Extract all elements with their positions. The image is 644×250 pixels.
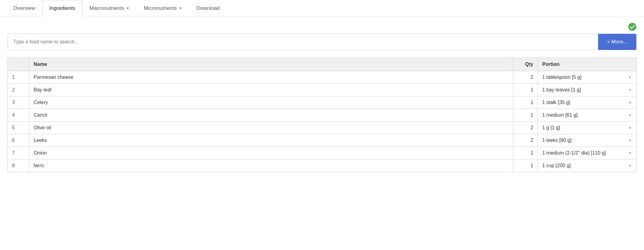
table-row: 1Parmesan cheese21 tablespoon [5 g]▼ bbox=[8, 71, 637, 84]
row-name[interactable]: Celery bbox=[29, 96, 513, 109]
portion-dropdown-icon[interactable]: ▼ bbox=[628, 75, 632, 80]
table-row: 7Onion11 medium (2-1/2" dia) [110 g]▼ bbox=[8, 147, 637, 159]
macronutrients-dropdown-icon: ▼ bbox=[126, 6, 130, 10]
ingredients-table: Name Qty Portion 1Parmesan cheese21 tabl… bbox=[7, 58, 637, 172]
status-row bbox=[7, 22, 637, 31]
row-qty: 1 bbox=[513, 84, 538, 96]
row-qty: 2 bbox=[513, 122, 538, 134]
row-portion[interactable]: 1 leeks [90 g]▼ bbox=[538, 134, 637, 147]
row-name[interactable]: Carrot bbox=[29, 109, 513, 122]
tab-download-label: Download bbox=[196, 5, 220, 11]
search-input[interactable] bbox=[8, 34, 598, 50]
row-portion[interactable]: 1 bay leaves [1 g]▼ bbox=[538, 84, 637, 96]
row-num: 3 bbox=[8, 96, 29, 109]
tab-download[interactable]: Download bbox=[189, 0, 227, 16]
row-name[interactable]: Leeks bbox=[29, 134, 513, 147]
row-name[interactable]: Parmesan cheese bbox=[29, 71, 513, 84]
portion-dropdown-icon[interactable]: ▼ bbox=[628, 138, 632, 143]
col-header-portion: Portion bbox=[538, 58, 637, 71]
tabs-nav: Overview Ingredients Macronutrients ▼ Mi… bbox=[0, 0, 644, 16]
tab-overview[interactable]: Overview bbox=[6, 0, 42, 16]
row-qty: 1 bbox=[513, 96, 538, 109]
tab-micronutrients-label: Micronutrients bbox=[144, 5, 177, 11]
search-row: + More... bbox=[7, 34, 637, 50]
row-name[interactable]: Bay leaf bbox=[29, 84, 513, 96]
col-header-qty: Qty bbox=[513, 58, 538, 71]
tab-ingredients[interactable]: Ingredients bbox=[42, 0, 82, 16]
portion-dropdown-icon[interactable]: ▼ bbox=[628, 163, 632, 168]
row-portion[interactable]: 1 stalk [35 g]▼ bbox=[538, 96, 637, 109]
col-header-num bbox=[8, 58, 29, 71]
table-header-row: Name Qty Portion bbox=[8, 58, 637, 71]
svg-point-0 bbox=[628, 23, 636, 31]
portion-dropdown-icon[interactable]: ▼ bbox=[628, 100, 632, 105]
tab-macronutrients[interactable]: Macronutrients ▼ bbox=[82, 0, 137, 16]
row-num: 7 bbox=[8, 147, 29, 159]
table-row: 5Olive oil21 g [1 g]▼ bbox=[8, 122, 637, 134]
table-row: 8farro11 cup [200 g]▼ bbox=[8, 159, 637, 172]
row-name[interactable]: farro bbox=[29, 159, 513, 172]
row-num: 6 bbox=[8, 134, 29, 147]
row-portion[interactable]: 1 g [1 g]▼ bbox=[538, 122, 637, 134]
table-row: 2Bay leaf11 bay leaves [1 g]▼ bbox=[8, 84, 637, 96]
row-qty: 1 bbox=[513, 159, 538, 172]
tab-micronutrients[interactable]: Micronutrients ▼ bbox=[137, 0, 189, 16]
page-container: Overview Ingredients Macronutrients ▼ Mi… bbox=[0, 0, 644, 250]
row-num: 4 bbox=[8, 109, 29, 122]
tab-ingredients-label: Ingredients bbox=[49, 5, 75, 11]
micronutrients-dropdown-icon: ▼ bbox=[179, 6, 182, 10]
tab-overview-label: Overview bbox=[13, 5, 35, 11]
portion-dropdown-icon[interactable]: ▼ bbox=[628, 126, 632, 130]
row-portion[interactable]: 1 medium (2-1/2" dia) [110 g]▼ bbox=[538, 147, 637, 159]
more-button[interactable]: + More... bbox=[598, 34, 636, 50]
row-num: 5 bbox=[8, 122, 29, 134]
table-row: 4Carrot11 medium [61 g]▼ bbox=[8, 109, 637, 122]
col-header-name: Name bbox=[29, 58, 513, 71]
row-num: 2 bbox=[8, 84, 29, 96]
row-portion[interactable]: 1 tablespoon [5 g]▼ bbox=[538, 71, 637, 84]
portion-dropdown-icon[interactable]: ▼ bbox=[628, 113, 632, 118]
row-name[interactable]: Onion bbox=[29, 147, 513, 159]
row-num: 8 bbox=[8, 159, 29, 172]
row-portion[interactable]: 1 medium [61 g]▼ bbox=[538, 109, 637, 122]
row-name[interactable]: Olive oil bbox=[29, 122, 513, 134]
main-content: + More... Name Qty Portion bbox=[0, 16, 644, 178]
row-qty: 2 bbox=[513, 134, 538, 147]
tab-macronutrients-label: Macronutrients bbox=[89, 5, 124, 11]
table-row: 3Celery11 stalk [35 g]▼ bbox=[8, 96, 637, 109]
portion-dropdown-icon[interactable]: ▼ bbox=[628, 151, 632, 155]
row-qty: 1 bbox=[513, 109, 538, 122]
table-row: 6Leeks21 leeks [90 g]▼ bbox=[8, 134, 637, 147]
row-qty: 2 bbox=[513, 71, 538, 84]
row-portion[interactable]: 1 cup [200 g]▼ bbox=[538, 159, 637, 172]
row-qty: 1 bbox=[513, 147, 538, 159]
portion-dropdown-icon[interactable]: ▼ bbox=[628, 88, 632, 92]
success-icon bbox=[628, 22, 637, 31]
row-num: 1 bbox=[8, 71, 29, 84]
